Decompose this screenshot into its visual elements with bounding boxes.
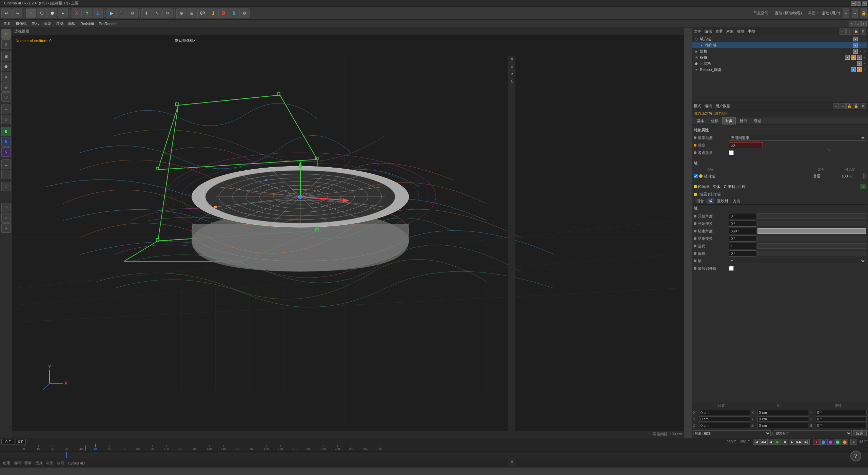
psr-apply-button[interactable]: 应用 — [853, 430, 867, 436]
panel-menu-button[interactable]: 面板 — [66, 21, 78, 26]
timeline-track[interactable] — [0, 452, 868, 458]
am-nav-lock2[interactable]: 🔒 — [853, 103, 859, 109]
component-mode-button[interactable]: ⬡ — [37, 8, 47, 18]
viewport-icon-1[interactable]: ⤡ — [849, 21, 854, 26]
attr-offset-field[interactable] — [729, 250, 756, 256]
next-key-button[interactable]: ▶▶ — [796, 439, 803, 445]
psr-coord-select[interactable]: 对象 (相对) — [693, 430, 771, 436]
record-button[interactable]: ● — [813, 439, 820, 445]
tool-1-button[interactable]: ⚙ — [1, 29, 11, 39]
am-edit-menu[interactable]: 编辑 — [705, 103, 712, 109]
autokey-button[interactable]: ⬤ — [820, 439, 827, 445]
om-nav-up[interactable]: ↑ — [846, 28, 852, 35]
help-button[interactable]: ? — [850, 451, 861, 461]
viewport-icon-3[interactable]: ⬆ — [861, 21, 867, 26]
om-nav-lock[interactable]: 🔒 — [853, 28, 859, 35]
redshift-menu-button[interactable]: Redshift — [78, 21, 96, 26]
spline-tool-button[interactable]: ⌒ — [1, 170, 11, 179]
attr-clipouter-checkbox[interactable] — [729, 266, 734, 271]
scale-tool-button[interactable]: ⤡ — [152, 8, 162, 18]
y-axis-button[interactable]: Y — [82, 8, 92, 18]
grid-button[interactable]: ⊞ — [187, 8, 197, 18]
psr-size-z-val[interactable]: 0 cm — [757, 423, 808, 428]
s2-tool-button[interactable]: S — [1, 137, 11, 147]
attr-startangle-field[interactable] — [729, 213, 756, 219]
camera-menu-button[interactable]: 摄像机 — [14, 21, 29, 26]
edge-mode-button[interactable]: ⬢ — [47, 8, 57, 18]
status-select[interactable]: 选择 — [35, 460, 43, 466]
status-view[interactable]: 查看 — [24, 460, 32, 466]
om-bookmark-menu[interactable]: 书签 — [748, 29, 755, 34]
status-create[interactable]: 创建 — [3, 460, 10, 466]
attr-endangle-field[interactable] — [729, 228, 756, 234]
psr-pos-x-val[interactable]: 0 cm — [699, 410, 750, 415]
om-file-menu[interactable]: 文件 — [694, 29, 701, 34]
om-object-menu[interactable]: 对象 — [726, 29, 734, 34]
param-button[interactable]: ⬤ — [834, 439, 841, 445]
lasso-tool-button[interactable]: ⬟ — [1, 62, 11, 71]
obj-item-metaballs[interactable]: ⬟ 元网格 ■ ✓ — [692, 60, 867, 66]
rp-icon-5[interactable]: ≡ — [508, 458, 516, 466]
prev-frame-button[interactable]: ◀ — [767, 439, 774, 445]
nav-right-button[interactable]: → — [852, 8, 858, 18]
status-cycles[interactable]: Cycles 4D — [68, 461, 85, 465]
attr-endchange-field[interactable] — [729, 235, 756, 242]
s-tool-button[interactable]: S — [1, 127, 11, 136]
extra-tools-button[interactable]: ⚙ — [239, 8, 250, 18]
om-nav-left[interactable]: ← — [840, 28, 846, 35]
j-button[interactable]: 𝐉 — [208, 8, 218, 18]
startchange-slider[interactable] — [757, 221, 866, 226]
rtab-blend[interactable]: 混合 — [694, 198, 706, 204]
maximize-button[interactable]: □ — [856, 1, 861, 6]
lock-button[interactable]: 🔒 — [861, 8, 867, 18]
render-settings-button[interactable]: ⚙ — [127, 8, 138, 18]
psr-size-x-val[interactable]: 0 cm — [757, 410, 808, 415]
x-axis-button[interactable]: X — [72, 8, 82, 18]
status-texture[interactable]: 纹理 — [57, 460, 64, 466]
endchange-slider[interactable] — [757, 236, 866, 241]
tab-object[interactable]: 对象 — [722, 117, 736, 125]
attr-strength-field[interactable] — [729, 142, 763, 148]
rotate-tool-button[interactable]: ↻ — [162, 8, 173, 18]
magnet-tool-button[interactable]: ⌖ — [1, 223, 11, 233]
play-button[interactable]: ▶ — [774, 439, 781, 445]
tab-coord[interactable]: 坐标 — [708, 117, 722, 125]
om-tag-menu[interactable]: 标签 — [737, 29, 745, 34]
obj-item-random[interactable]: ◈ 随机 ■ ✓ ✓ — [692, 48, 867, 54]
psr-size-y-val[interactable]: 0 cm — [757, 416, 808, 422]
psr-size-select[interactable]: 绝对尺寸 — [774, 430, 852, 436]
knife-tool-button[interactable]: ◇ — [1, 115, 11, 124]
stop-button[interactable]: ■ — [782, 439, 788, 445]
edge-tool-button[interactable]: ⚊ — [1, 159, 11, 169]
iteration-slider[interactable] — [757, 243, 866, 249]
obj-item-backup[interactable]: ◎ 备份 ■ ■ ■ ✓ — [692, 54, 867, 60]
tab-basic[interactable]: 基本 — [694, 117, 707, 125]
render-to-viewer-button[interactable]: ⬛ — [117, 8, 127, 18]
goto-start-button[interactable]: |◀ — [753, 439, 760, 445]
b-button[interactable]: 𝐁 — [218, 8, 229, 18]
render-button[interactable]: ▶ — [106, 8, 117, 18]
psr-rot-b-val[interactable]: 0 ° — [816, 423, 867, 428]
am-userdata-menu[interactable]: 用户数据 — [715, 103, 730, 109]
domain-add-button[interactable]: + — [861, 184, 866, 189]
point-mode-button[interactable]: ● — [58, 8, 68, 18]
rtab-remap[interactable]: 重映射 — [715, 198, 730, 204]
goto-end-button[interactable]: ▶| — [803, 439, 810, 445]
offset-slider[interactable] — [757, 251, 866, 256]
z-axis-button[interactable]: Z — [93, 8, 103, 18]
tab-falloff[interactable]: 衰减 — [751, 117, 764, 125]
grid-tool-button[interactable]: ⊞ — [1, 203, 11, 212]
obj-item-radialdomain[interactable]: ● 径向域 ■ ✓ ✓ — [692, 42, 867, 48]
point-button[interactable]: ⬤ — [842, 439, 848, 445]
prorender-menu-button[interactable]: ProRender — [97, 21, 119, 26]
nav-left-button[interactable]: ← — [843, 8, 849, 18]
s-button[interactable]: 𝐒 — [229, 8, 239, 18]
current-frame-display[interactable]: 0 F — [1, 439, 15, 444]
search-tool-button[interactable]: ⌕ — [1, 213, 11, 223]
status-edit[interactable]: 编辑 — [14, 460, 21, 466]
snap-button[interactable]: ⊕ — [176, 8, 186, 18]
polygon-tool-button[interactable]: ◈ — [1, 72, 11, 81]
timeline-settings-button[interactable]: ≡ — [850, 439, 857, 445]
om-view-menu[interactable]: 查看 — [715, 29, 723, 34]
object-mode-button[interactable]: ○ — [26, 8, 36, 18]
